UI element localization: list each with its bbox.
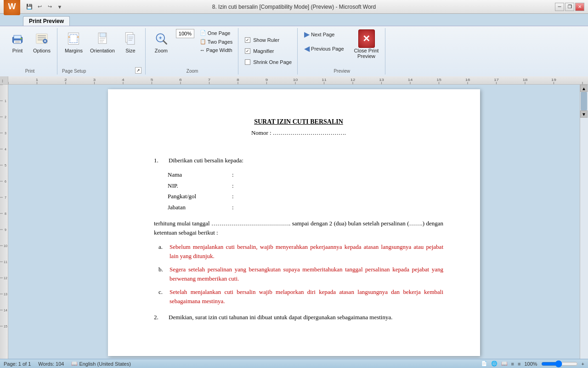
minimize-button[interactable]: ─ <box>555 3 564 11</box>
margins-icon <box>65 30 82 47</box>
undo-qa-button[interactable]: ↩ <box>35 3 44 11</box>
horizontal-ruler: 1 2 3 4 5 6 7 8 9 10 11 12 13 14 15 16 1… <box>8 76 588 84</box>
vertical-scrollbar[interactable]: ▲ ▼ <box>580 85 588 359</box>
condition-a-letter: a. <box>158 242 166 260</box>
shrink-one-page-label: Shrink One Page <box>253 59 292 65</box>
close-print-preview-button[interactable]: ✕ Close Print Preview <box>351 29 382 60</box>
svg-rect-8 <box>38 37 46 38</box>
office-button[interactable]: W <box>4 0 20 15</box>
save-qa-button[interactable]: 💾 <box>25 3 34 11</box>
options-label: Options <box>33 48 51 53</box>
zoom-in-button[interactable]: + <box>582 361 584 367</box>
scroll-up-button[interactable]: ▲ <box>580 85 588 92</box>
page-info: Page: 1 of 1 <box>4 361 31 367</box>
language-indicator: 📖 English (United States) <box>71 361 131 367</box>
options-icon <box>34 30 50 47</box>
zoom-level: 100% <box>524 361 537 367</box>
view-outline-icon[interactable]: ≡ <box>511 361 514 367</box>
one-page-button[interactable]: 📄 One Page <box>198 29 234 37</box>
item1-text: Diberikan cuti bersalin kepada: <box>169 156 243 165</box>
svg-rect-7 <box>38 35 46 36</box>
window-title: 8. Izin cuti bersalin [Compatibility Mod… <box>212 4 376 10</box>
window-controls: ─ ❐ ✕ <box>555 3 584 11</box>
svg-text:↕: ↕ <box>1 78 4 83</box>
vertical-ruler: 1 2 3 4 5 6 7 8 9 10 11 12 13 14 15 <box>0 85 8 359</box>
prev-page-icon: ◀ <box>304 44 310 53</box>
print-button[interactable]: Print <box>6 29 28 55</box>
ribbon-group-zoom: Zoom 100% 📄 One Page 📋 Two Pages ↔ Page … <box>147 28 238 75</box>
svg-text:6: 6 <box>179 78 181 82</box>
ribbon-group-page-setup: Margins Orientation <box>58 28 146 75</box>
page-width-button[interactable]: ↔ Page Width <box>198 46 234 54</box>
svg-text:4: 4 <box>5 148 6 151</box>
size-button[interactable]: Size <box>119 29 141 55</box>
statusbar-left: Page: 1 of 1 Words: 104 📖 English (Unite… <box>4 361 131 367</box>
more-qa-button[interactable]: ▼ <box>55 3 64 11</box>
svg-text:14: 14 <box>408 78 413 82</box>
svg-text:7: 7 <box>208 78 210 82</box>
margins-label: Margins <box>65 48 83 53</box>
item1-number: 1. <box>154 156 163 165</box>
svg-text:10: 10 <box>4 244 7 247</box>
zoom-input[interactable]: 100% <box>176 29 194 38</box>
scroll-track[interactable] <box>580 92 588 110</box>
zoom-button[interactable]: Zoom <box>150 29 172 55</box>
two-pages-button[interactable]: 📋 Two Pages <box>198 38 234 46</box>
field-label-nama: Nama <box>168 170 232 179</box>
svg-text:11: 11 <box>322 78 327 82</box>
document-title: SURAT IZIN CUTI BERSALIN <box>154 117 443 126</box>
svg-rect-4 <box>15 42 20 43</box>
fields-block: Nama : NIP. : Pangkat/gol : Jabatan : <box>168 170 443 212</box>
view-draft-icon[interactable]: ≡ <box>518 361 520 367</box>
close-print-preview-label: Close Print Preview <box>354 48 379 59</box>
svg-rect-1 <box>14 35 21 39</box>
magnifier-label: Magnifier <box>253 48 274 54</box>
show-ruler-checkbox-row[interactable]: Show Ruler <box>243 36 281 44</box>
next-page-button[interactable]: ▶ Next Page <box>302 29 346 40</box>
magnifier-checkbox-row[interactable]: Magnifier <box>243 47 276 55</box>
scroll-down-button[interactable]: ▼ <box>580 110 588 118</box>
close-print-preview-icon: ✕ <box>358 30 375 47</box>
scroll-thumb[interactable] <box>581 92 587 110</box>
condition-c-letter: c. <box>158 288 166 305</box>
size-label: Size <box>125 48 135 53</box>
ribbon: Print Options Print <box>0 26 588 76</box>
close-button[interactable]: ✕ <box>575 3 584 11</box>
shrink-one-page-checkbox-row[interactable]: Shrink One Page <box>243 58 294 66</box>
next-page-label: Next Page <box>311 32 334 37</box>
condition-c: c. Setelah menjalankan cuti bersalin waj… <box>158 288 443 305</box>
show-ruler-checkbox[interactable] <box>245 37 250 43</box>
page-setup-footer: Page Setup ↗ <box>62 67 141 74</box>
magnifier-checkbox[interactable] <box>245 48 250 54</box>
titlebar: W 💾 ↩ ↪ ▼ 8. Izin cuti bersalin [Compati… <box>0 0 588 14</box>
zoom-group-content: Zoom 100% 📄 One Page 📋 Two Pages ↔ Page … <box>150 29 234 68</box>
orientation-button[interactable]: Orientation <box>87 29 118 55</box>
page-setup-expander[interactable]: ↗ <box>135 67 141 74</box>
svg-text:9: 9 <box>5 228 6 231</box>
print-group-label: Print <box>25 69 35 74</box>
svg-text:2: 2 <box>5 115 6 119</box>
restore-button[interactable]: ❐ <box>565 3 574 11</box>
svg-rect-18 <box>100 33 106 37</box>
previous-page-button[interactable]: ◀ Previous Page <box>302 43 346 54</box>
svg-text:12: 12 <box>4 276 7 280</box>
shrink-one-page-checkbox[interactable] <box>245 59 250 65</box>
zoom-slider[interactable] <box>541 360 578 368</box>
field-label-pangkat: Pangkat/gol <box>168 192 232 201</box>
one-page-icon: 📄 <box>200 30 206 36</box>
options-button[interactable]: Options <box>30 29 53 55</box>
zoom-label: Zoom <box>155 48 168 53</box>
zoom-group-label: Zoom <box>187 69 198 74</box>
svg-text:5: 5 <box>5 164 6 167</box>
redo-qa-button[interactable]: ↪ <box>45 3 54 11</box>
preview-group-content: ▶ Next Page ◀ Previous Page ✕ Close Prin… <box>302 29 381 68</box>
print-group-content: Print Options <box>6 29 53 68</box>
numbered-item-2: 2. Demikian, surat izin cuti tahunan ini… <box>154 313 443 322</box>
numbered-item-1: 1. Diberikan cuti bersalin kepada: <box>154 156 443 165</box>
view-normal-icon[interactable]: 📄 <box>481 361 487 367</box>
tab-print-preview[interactable]: Print Preview <box>23 16 70 26</box>
margins-button[interactable]: Margins <box>62 29 85 55</box>
view-web-icon[interactable]: 🌐 <box>491 361 498 367</box>
svg-text:4: 4 <box>122 78 124 82</box>
view-reading-icon[interactable]: 📖 <box>501 361 508 367</box>
